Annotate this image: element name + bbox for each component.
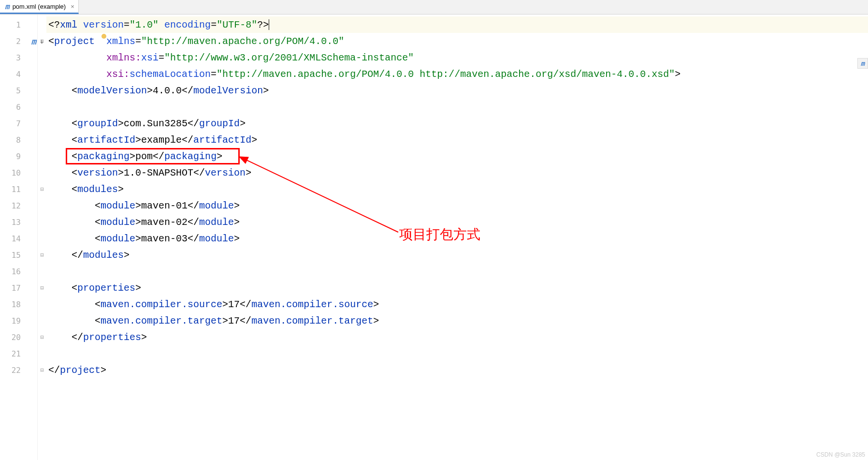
fold-toggle[interactable]: ⊟ xyxy=(38,181,46,197)
code-line-16[interactable] xyxy=(46,263,868,280)
line-number[interactable]: 9 xyxy=(0,148,37,164)
maven-icon: m xyxy=(31,36,36,46)
line-number[interactable]: 4 xyxy=(0,66,37,82)
line-number[interactable]: 5 xyxy=(0,82,37,99)
line-number[interactable]: 21 xyxy=(0,345,37,362)
code-line-10[interactable]: <version>1.0-SNAPSHOT</version> xyxy=(46,164,868,181)
watermark: CSDN @Sun 3285 xyxy=(816,451,865,458)
editor: 12m↓345678910111213141516171819202122 ⊟⊟… xyxy=(0,15,868,460)
fold-toggle xyxy=(38,66,46,82)
maven-icon: m xyxy=(5,2,10,11)
code-line-12[interactable]: <module>maven-01</module> xyxy=(46,197,868,214)
code-line-1[interactable]: <?xml version="1.0" encoding="UTF-8"?> xyxy=(46,16,868,33)
fold-toggle xyxy=(38,148,46,164)
code-line-11[interactable]: <modules> xyxy=(46,181,868,197)
line-number[interactable]: 16 xyxy=(0,263,37,280)
down-arrow-icon: ↓ xyxy=(40,37,44,45)
line-number[interactable]: 17 xyxy=(0,280,37,296)
line-number[interactable]: 7 xyxy=(0,115,37,132)
fold-toggle xyxy=(38,214,46,230)
fold-toggle xyxy=(38,296,46,312)
fold-toggle[interactable]: ⊟ xyxy=(38,247,46,263)
line-number[interactable]: 15 xyxy=(0,247,37,263)
fold-toggle[interactable]: ⊟ xyxy=(38,362,46,378)
line-number[interactable]: 18 xyxy=(0,296,37,312)
code-line-22[interactable]: </project> xyxy=(46,362,868,378)
code-line-21[interactable] xyxy=(46,345,868,362)
fold-toggle xyxy=(38,132,46,148)
line-gutter: 12m↓345678910111213141516171819202122 xyxy=(0,15,38,460)
line-number[interactable]: 12 xyxy=(0,197,37,214)
fold-toggle[interactable]: ⊟ xyxy=(38,280,46,296)
line-number[interactable]: 2m↓ xyxy=(0,33,37,49)
text-caret xyxy=(269,19,269,30)
maven-reload-icon[interactable]: m xyxy=(857,58,868,69)
fold-column: ⊟⊟⊟⊟⊟⊟ xyxy=(38,15,46,460)
code-line-18[interactable]: <maven.compiler.source>17</maven.compile… xyxy=(46,296,868,312)
line-number[interactable]: 19 xyxy=(0,312,37,329)
code-line-15[interactable]: </modules> xyxy=(46,247,868,263)
line-number[interactable]: 22 xyxy=(0,362,37,378)
code-line-9[interactable]: <packaging>pom</packaging> xyxy=(46,148,868,164)
tab-bar: m pom.xml (example) × xyxy=(0,0,868,15)
code-line-7[interactable]: <groupId>com.Sun3285</groupId> xyxy=(46,115,868,132)
fold-toggle xyxy=(38,115,46,132)
fold-toggle[interactable]: ⊟ xyxy=(38,329,46,345)
code-line-6[interactable] xyxy=(46,99,868,115)
close-icon[interactable]: × xyxy=(71,3,74,10)
line-number[interactable]: 11 xyxy=(0,181,37,197)
line-number[interactable]: 13 xyxy=(0,214,37,230)
code-line-20[interactable]: </properties> xyxy=(46,329,868,345)
modified-indicator-icon xyxy=(101,34,106,39)
line-number[interactable]: 20 xyxy=(0,329,37,345)
fold-toggle xyxy=(38,197,46,214)
code-line-2[interactable]: <project xmlns="http://maven.apache.org/… xyxy=(46,33,868,49)
code-line-4[interactable]: xsi:schemaLocation="http://maven.apache.… xyxy=(46,66,868,82)
annotation-label: 项目打包方式 xyxy=(399,225,480,244)
fold-toggle xyxy=(38,312,46,329)
fold-toggle xyxy=(38,263,46,280)
line-number[interactable]: 14 xyxy=(0,230,37,247)
code-line-5[interactable]: <modelVersion>4.0.0</modelVersion> xyxy=(46,82,868,99)
tab-label: pom.xml (example) xyxy=(13,3,66,10)
fold-toggle xyxy=(38,230,46,247)
fold-toggle xyxy=(38,49,46,66)
fold-toggle xyxy=(38,345,46,362)
fold-toggle xyxy=(38,16,46,33)
fold-toggle xyxy=(38,164,46,181)
line-number[interactable]: 1 xyxy=(0,16,37,33)
line-number[interactable]: 3 xyxy=(0,49,37,66)
code-area[interactable]: <?xml version="1.0" encoding="UTF-8"?> <… xyxy=(46,15,868,460)
line-number[interactable]: 10 xyxy=(0,164,37,181)
code-line-3[interactable]: xmlns:xsi="http://www.w3.org/2001/XMLSch… xyxy=(46,49,868,66)
code-line-8[interactable]: <artifactId>example</artifactId> xyxy=(46,132,868,148)
line-number[interactable]: 6 xyxy=(0,99,37,115)
file-tab[interactable]: m pom.xml (example) × xyxy=(0,0,79,14)
code-line-17[interactable]: <properties> xyxy=(46,280,868,296)
code-line-19[interactable]: <maven.compiler.target>17</maven.compile… xyxy=(46,312,868,329)
fold-toggle xyxy=(38,99,46,115)
line-number[interactable]: 8 xyxy=(0,132,37,148)
fold-toggle xyxy=(38,82,46,99)
